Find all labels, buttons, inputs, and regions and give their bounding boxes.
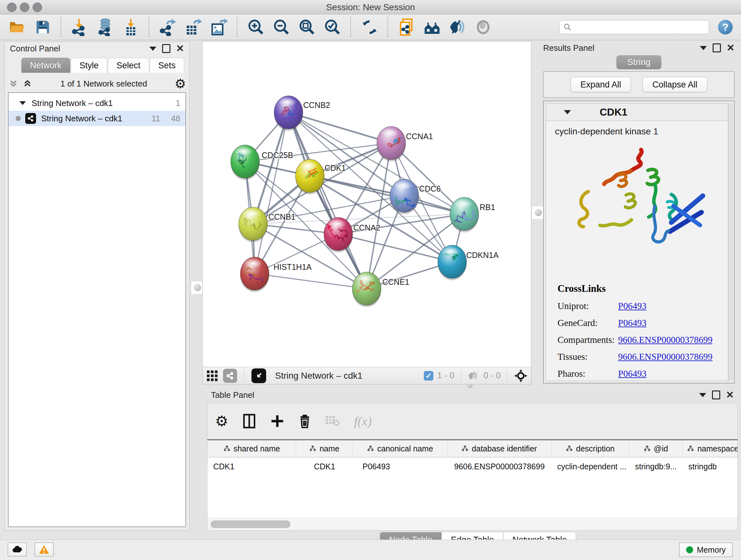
show-columns-icon[interactable] xyxy=(242,414,256,429)
crosslink-link[interactable]: P06493 xyxy=(618,318,647,328)
pan-crosshair-icon[interactable] xyxy=(514,369,528,383)
panel-menu-icon[interactable] xyxy=(149,47,156,51)
memory-button[interactable]: Memory xyxy=(679,543,733,557)
export-image-icon[interactable] xyxy=(210,18,228,36)
node-cdk1[interactable] xyxy=(295,159,324,194)
import-table-icon[interactable] xyxy=(122,18,140,36)
node-ccna1[interactable] xyxy=(377,126,406,162)
column-header[interactable]: canonical name xyxy=(353,440,448,457)
network-edge-count: 48 xyxy=(171,114,180,124)
node-cdc6[interactable] xyxy=(390,179,419,214)
export-network-icon[interactable] xyxy=(159,18,177,36)
crosslink-label: Compartments: xyxy=(557,334,618,345)
panel-menu-icon[interactable] xyxy=(699,393,706,397)
network-canvas[interactable]: CCNB2CCNA1CDC25BCDK1CDC6RB1CCNB1CCNA2CDK… xyxy=(203,42,531,367)
protein-card-header[interactable]: CDK1 xyxy=(546,104,728,121)
expand-all-icon[interactable] xyxy=(22,78,33,89)
zoom-out-icon[interactable] xyxy=(273,18,290,36)
node-ccnb2[interactable] xyxy=(274,96,303,131)
table-hscrollbar-thumb[interactable] xyxy=(211,520,290,528)
collection-expander-icon[interactable] xyxy=(19,101,26,105)
table-row[interactable]: CDK1 CDK1 P06493 9606.ENSP00000378699 cy… xyxy=(207,457,738,476)
node-cdkn1a[interactable] xyxy=(438,245,467,280)
column-header[interactable]: @id xyxy=(629,440,683,457)
column-header[interactable]: description xyxy=(551,440,629,457)
node-label: CCNA2 xyxy=(353,223,381,232)
crosslink-link[interactable]: 9606.ENSP00000378699 xyxy=(618,352,713,362)
open-session-icon[interactable] xyxy=(8,18,26,36)
network-label: String Network – cdk1 xyxy=(41,114,122,124)
node-ccnb1[interactable] xyxy=(239,207,267,242)
tab-style[interactable]: Style xyxy=(71,58,107,73)
float-panel-icon[interactable] xyxy=(712,390,720,399)
network-selection-status: 1 of 1 Network selected xyxy=(33,79,175,89)
protein-description: cyclin-dependent kinase 1 xyxy=(555,126,658,137)
panel-menu-icon[interactable] xyxy=(700,46,707,50)
close-panel-icon[interactable]: ✕ xyxy=(727,43,735,53)
fit-content-icon[interactable] xyxy=(252,368,266,383)
delete-column-icon[interactable] xyxy=(298,414,311,428)
collapse-all-button[interactable]: Collapse All xyxy=(643,77,707,92)
node-label: CCNA1 xyxy=(406,132,433,141)
node-rb1[interactable] xyxy=(450,197,479,233)
toolbar-divider xyxy=(507,369,508,382)
tab-string[interactable]: String xyxy=(616,55,661,69)
column-header[interactable]: shared name xyxy=(207,440,296,457)
table-options-gear-icon[interactable]: ⚙ xyxy=(215,414,228,428)
birds-eye-view-icon[interactable] xyxy=(223,369,237,383)
help-button[interactable]: ? xyxy=(718,20,733,35)
close-panel-icon[interactable]: ✕ xyxy=(726,390,734,400)
card-expander-icon[interactable] xyxy=(564,110,571,114)
float-panel-icon[interactable] xyxy=(713,44,721,52)
node-cdc25b[interactable] xyxy=(231,145,259,180)
tab-sets[interactable]: Sets xyxy=(150,58,184,73)
hidden-eye-icon[interactable] xyxy=(468,370,480,382)
selected-checkbox-icon[interactable]: ✓ xyxy=(424,371,433,381)
splitter-dot xyxy=(194,284,201,291)
column-header[interactable]: database identifier xyxy=(448,440,551,457)
clone-network-icon[interactable] xyxy=(398,18,415,36)
string-results-box: CDK1 cyclin-dependent kinase 1 xyxy=(543,101,735,383)
export-table-icon[interactable] xyxy=(185,18,202,36)
column-header[interactable]: name xyxy=(296,440,353,457)
grid-view-icon[interactable] xyxy=(206,369,219,382)
tab-network[interactable]: Network xyxy=(21,58,70,73)
network-options-gear-icon[interactable]: ⚙ xyxy=(175,77,186,90)
column-header[interactable]: namespace xyxy=(683,440,738,457)
network-collection-row[interactable]: String Network – cdk1 1 xyxy=(9,96,185,111)
import-network-icon[interactable] xyxy=(71,18,89,36)
zoom-in-icon[interactable] xyxy=(247,18,265,36)
network-row[interactable]: String Network – cdk1 11 48 xyxy=(9,111,185,126)
help-glyph: ? xyxy=(722,21,729,33)
zoom-fit-icon[interactable] xyxy=(298,18,316,36)
collapse-all-icon[interactable] xyxy=(8,78,19,89)
node-hist1h1a[interactable] xyxy=(240,257,269,292)
close-panel-icon[interactable]: ✕ xyxy=(176,44,184,53)
save-session-icon[interactable] xyxy=(34,18,52,36)
network-overview-icon[interactable] xyxy=(423,18,441,36)
results-scrollbar[interactable] xyxy=(728,103,733,381)
gray-eye-icon[interactable] xyxy=(474,18,492,36)
search-input[interactable] xyxy=(574,22,705,32)
main-toolbar: ? xyxy=(0,14,741,40)
crosslink-link[interactable]: 9606.ENSP00000378699 xyxy=(618,334,713,345)
crosslinks-heading: CrossLinks xyxy=(557,283,722,294)
automation-cloud-button[interactable] xyxy=(8,543,27,557)
float-panel-icon[interactable] xyxy=(162,44,171,53)
zoom-selected-icon[interactable] xyxy=(324,18,341,36)
tab-select[interactable]: Select xyxy=(108,58,149,73)
search-box[interactable] xyxy=(559,20,709,34)
hide-unhide-icon[interactable] xyxy=(449,18,467,36)
warnings-button[interactable] xyxy=(35,543,54,557)
table-hscrollbar[interactable] xyxy=(207,518,738,531)
crosslink-link[interactable]: P06493 xyxy=(618,301,647,311)
network-view: CCNB2CCNA1CDC25BCDK1CDC6RB1CCNB1CCNA2CDK… xyxy=(202,41,531,384)
add-column-icon[interactable] xyxy=(270,414,284,428)
node-label: HIST1H1A xyxy=(273,262,312,271)
expand-all-button[interactable]: Expand All xyxy=(570,77,631,92)
node-ccne1[interactable] xyxy=(352,272,381,307)
refresh-layout-icon[interactable] xyxy=(360,18,379,36)
import-network-from-database-icon[interactable] xyxy=(96,18,114,36)
crosslink-link[interactable]: P06493 xyxy=(618,368,647,379)
node-ccna2[interactable] xyxy=(324,217,353,253)
